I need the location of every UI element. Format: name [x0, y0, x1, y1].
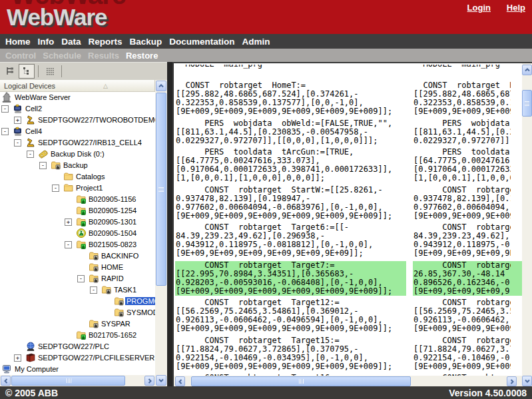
tree-view-icon[interactable] — [3, 64, 19, 79]
tree-item-label[interactable]: B020905-1156 — [87, 195, 137, 203]
tree-item-backup-disk-0-[interactable]: -Backup Disk (0:) — [0, 149, 155, 160]
nav-item-home[interactable]: Home — [5, 37, 31, 47]
cell-icon — [13, 103, 24, 115]
code-block: PERS tooldata tArcGun:=[TRUE,[[64.7775,0… — [413, 148, 523, 183]
tree-item-label[interactable]: Backup Disk (0:) — [49, 150, 106, 158]
tree-item-sedptgow227-tworobotdemoce[interactable]: +SEDPTGOW227/TWOROBOTDEMOCE — [0, 115, 155, 126]
collapse-icon[interactable]: - — [27, 151, 34, 158]
tree-item-label[interactable]: B020905-1504 — [87, 229, 138, 237]
expand-icon[interactable]: + — [14, 354, 21, 362]
tree-item-rapid[interactable]: -RAPID — [0, 273, 155, 284]
collapse-icon[interactable]: - — [77, 275, 85, 282]
tree-item-label[interactable]: PROGMOD — [125, 297, 155, 305]
tree-item-sedptgow227-irb13-cell4[interactable]: -SEDPTGOW227/IRB13_CELL4 — [0, 137, 155, 149]
nav-item-admin[interactable]: Admin — [242, 37, 270, 47]
tree-item-label[interactable]: TASK1 — [113, 286, 138, 294]
code-line: [[22.995,70.8984,3.34351],[0.365683,- — [175, 270, 406, 278]
tree-item-label[interactable]: BACKINFO — [100, 252, 140, 260]
tree-hscroll-thumb[interactable] — [11, 376, 125, 386]
tree-item-sedptgow227-plcfileserver[interactable]: +SEDPTGOW227/PLCFILESERVER — [0, 352, 155, 364]
tree-item-label[interactable]: SEDPTGOW227/PLC — [37, 342, 111, 350]
tree-scroll-up-icon[interactable] — [156, 81, 166, 91]
code-line: [9E+009,9E+009,9E+009,9E+009,9E+009,9E+0… — [413, 107, 511, 116]
tree-scroll-left-icon[interactable] — [1, 376, 11, 386]
login-link[interactable]: Login — [467, 3, 491, 13]
tree-item-label[interactable]: SYSMOD — [125, 308, 155, 316]
nav-item-data[interactable]: Data — [61, 37, 81, 47]
tree-item-label[interactable]: HOME — [100, 263, 125, 271]
tree-vscroll-thumb[interactable] — [156, 93, 166, 286]
subnav-item-schedule[interactable]: Schedule — [43, 51, 81, 61]
code-hscroll-thumb[interactable] — [191, 376, 411, 386]
tree-item-label[interactable]: Catalogs — [75, 173, 106, 181]
nav-item-documentation[interactable]: Documentation — [169, 37, 234, 47]
nav-item-reports[interactable]: Reports — [89, 37, 123, 47]
tree-item-backinfo[interactable]: BACKINFO — [0, 250, 155, 262]
tree-item-label[interactable]: Project1 — [75, 184, 104, 192]
tree-item-label[interactable]: WebWare Server — [13, 93, 72, 101]
subnav-item-control[interactable]: Control — [5, 51, 36, 61]
tree-column-header[interactable]: Logical Devices △ — [0, 80, 155, 92]
help-link[interactable]: Help — [507, 3, 525, 13]
tree-item-label[interactable]: B020905-1254 — [87, 206, 138, 214]
tree-item-home[interactable]: HOME — [0, 262, 155, 273]
tree-item-label[interactable]: SYSPAR — [100, 320, 132, 328]
tree-item-label[interactable]: SEDPTGOW227/TWOROBOTDEMOCE — [37, 116, 155, 124]
nav-item-info[interactable]: Info — [38, 37, 55, 47]
tree-item-webware-server[interactable]: WebWare Server — [0, 92, 155, 103]
grid-view-icon[interactable] — [42, 64, 58, 79]
tree-item-syspar[interactable]: SYSPAR — [0, 318, 155, 330]
sub-nav: ControlScheduleResultsRestore — [0, 49, 532, 62]
tree-item-label[interactable]: B021705-1652 — [87, 331, 138, 339]
expand-icon[interactable]: + — [14, 117, 21, 124]
tree-item-progmod[interactable]: PROGMOD — [0, 296, 155, 307]
folder-robot-icon — [89, 318, 100, 330]
webware-logo: WebWare — [7, 4, 107, 31]
panel-divider[interactable] — [167, 62, 172, 386]
collapse-icon[interactable]: - — [1, 128, 9, 135]
code-vscroll-thumb[interactable] — [522, 90, 532, 117]
tree-item-b020905-1254[interactable]: B020905-1254 — [0, 205, 155, 216]
device-view-icon[interactable] — [19, 64, 35, 79]
tree-item-b021505-0823[interactable]: -B021505-0823 — [0, 239, 155, 250]
tree-item-sedptgow227-plc[interactable]: SEDPTGOW227/PLC — [0, 341, 155, 352]
tree-item-backup[interactable]: -Backup — [0, 160, 155, 171]
code-scroll-right-icon[interactable] — [507, 376, 517, 386]
expand-icon[interactable]: + — [65, 218, 72, 226]
code-scroll-down-icon[interactable] — [522, 376, 532, 386]
tree-item-sysmod[interactable]: SYSMOD — [0, 307, 155, 318]
tree-item-catalogs[interactable]: Catalogs — [0, 171, 155, 183]
tree-item-label[interactable]: My Computer — [13, 365, 60, 373]
tree-item-task1[interactable]: -TASK1 — [0, 284, 155, 296]
tree-item-label[interactable]: B021505-0823 — [87, 240, 138, 248]
nav-item-backup[interactable]: Backup — [130, 37, 162, 47]
tree-item-project1[interactable]: -Project1 — [0, 183, 155, 194]
tree-item-label[interactable]: Backup — [62, 161, 89, 169]
tree-item-label[interactable]: SEDPTGOW227/IRB13_CELL4 — [37, 139, 143, 147]
collapse-icon[interactable]: - — [65, 241, 72, 248]
tree-item-label[interactable]: RAPID — [100, 274, 125, 282]
code-scroll-up-icon[interactable] — [522, 65, 532, 75]
tree-item-cell4[interactable]: -Cell4 — [0, 126, 155, 137]
tree-item-label[interactable]: B020905-1301 — [87, 218, 138, 226]
tree-item-b020905-1156[interactable]: B020905-1156 — [0, 194, 155, 205]
tree-item-cell2[interactable]: -Cell2 — [0, 103, 155, 115]
collapse-icon[interactable]: - — [14, 139, 21, 147]
subnav-item-restore[interactable]: Restore — [126, 51, 158, 61]
code-scroll-left-icon[interactable] — [175, 376, 185, 386]
tree-scroll-right-icon[interactable] — [144, 376, 154, 386]
tree-item-b020905-1301[interactable]: +B020905-1301 — [0, 216, 155, 228]
tree-item-label[interactable]: Cell4 — [24, 127, 43, 135]
tree-item-label[interactable]: SEDPTGOW227/PLCFILESERVER — [37, 354, 155, 362]
tree-scroll-down-icon[interactable] — [156, 375, 166, 386]
code-block: CONST robtarget StartW:=[[25.8261,-0.937… — [175, 186, 406, 220]
tree-item-my-computer[interactable]: My Computer — [0, 364, 155, 375]
subnav-item-results[interactable]: Results — [88, 51, 119, 61]
collapse-icon[interactable]: - — [52, 185, 59, 192]
collapse-icon[interactable]: - — [39, 162, 47, 169]
collapse-icon[interactable]: - — [90, 286, 97, 294]
tree-item-b020905-1504[interactable]: B020905-1504 — [0, 228, 155, 239]
tree-item-b021705-1652[interactable]: B021705-1652 — [0, 330, 155, 341]
tree-item-label[interactable]: Cell2 — [24, 105, 43, 113]
collapse-icon[interactable]: - — [1, 105, 9, 113]
